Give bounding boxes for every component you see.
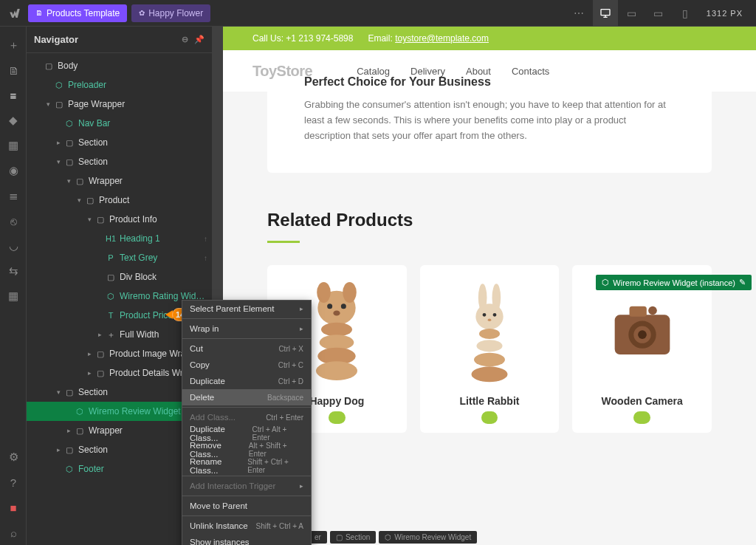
component-icon: ⬡ <box>63 119 75 128</box>
ctx-duplicate[interactable]: DuplicateCtrl + D <box>182 373 311 389</box>
tablet-landscape-button[interactable]: ▭ <box>646 0 671 27</box>
help-icon[interactable]: ? <box>0 470 27 495</box>
tree-navbar[interactable]: ⬡Nav Bar <box>27 114 212 133</box>
tree-pagewrapper[interactable]: ▾▢Page Wrapper <box>27 95 212 114</box>
svg-point-9 <box>321 323 352 337</box>
top-bar: 🗎Products Template ✿Happy Flower ⋯ ▭ ▭ ▯… <box>0 0 756 27</box>
svg-point-8 <box>334 311 340 316</box>
description-card: Perfect Choice for Your Business Grabbin… <box>267 69 712 173</box>
component-icon: ✿ <box>139 9 145 17</box>
ctx-unlink-instance[interactable]: Unlink InstanceShift + Ctrl + A <box>182 518 311 534</box>
breadcrumb-bar: er ▢Section ⬡Wiremo Review Widget <box>309 531 477 544</box>
tab-label: Happy Flower <box>148 8 203 18</box>
ctx-show-instances[interactable]: Show instances <box>182 534 311 545</box>
svg-point-22 <box>472 367 508 383</box>
tree-section[interactable]: ▾▢Section <box>27 152 212 171</box>
apps-icon[interactable]: ▦ <box>0 284 27 309</box>
ctx-duplicate-class[interactable]: Duplicate Class...Ctrl + Alt + Enter <box>182 425 311 442</box>
ctx-cut[interactable]: CutCtrl + X <box>182 340 311 357</box>
product-name: Little Rabbit <box>433 395 546 407</box>
users-icon[interactable]: ◡ <box>0 233 27 258</box>
search-icon[interactable]: ⌕ <box>0 520 27 545</box>
phone-text: Call Us: +1 213 974-5898 <box>252 33 353 44</box>
ctx-select-parent[interactable]: Select Parent Element▸ <box>182 301 311 317</box>
pin-icon[interactable]: 📌 <box>194 35 205 44</box>
tablet-portrait-button[interactable]: ▭ <box>619 0 645 27</box>
desktop-view-button[interactable] <box>593 0 618 27</box>
section-icon: ▢ <box>63 388 75 397</box>
product-grid: Happy Dog Little Rabbit Wooden Camera <box>267 265 712 433</box>
tree-divblock[interactable]: ▢Div Block <box>27 267 212 287</box>
product-name: Wooden Camera <box>585 395 698 407</box>
left-toolbar: ＋ 🗎 ≡ ◆ ▦ ◉ ≣ ⎋ ◡ ⇆ ▦ ⚙ ? ■ ⌕ <box>0 27 27 545</box>
assets-icon[interactable]: ▦ <box>0 133 27 158</box>
div-icon: ▢ <box>105 272 117 282</box>
cms-icon[interactable]: ≣ <box>0 183 27 208</box>
tree-textgrey[interactable]: PText Grey↑ <box>27 248 212 267</box>
navigator-icon[interactable]: ≡ <box>0 83 27 108</box>
svg-point-15 <box>475 304 503 330</box>
crumb[interactable]: ⬡Wiremo Review Widget <box>379 531 477 544</box>
settings-icon[interactable]: ⚙ <box>0 445 27 470</box>
ctx-rename-class[interactable]: Rename Class...Shift + Ctrl + Enter <box>182 458 311 474</box>
email-link[interactable]: toystore@template.com <box>395 33 489 44</box>
nav-link[interactable]: Contacts <box>512 66 549 77</box>
pages-icon[interactable]: 🗎 <box>0 58 27 83</box>
ecommerce-icon[interactable]: ⎋ <box>0 208 27 233</box>
more-icon[interactable]: ⋯ <box>566 0 591 27</box>
styles-icon[interactable]: ◉ <box>0 158 27 183</box>
tree-preloader[interactable]: ⬡Preloader <box>27 75 212 95</box>
text-icon: T <box>105 311 117 320</box>
video-icon[interactable]: ■ <box>0 495 27 520</box>
tree-heading[interactable]: H1Heading 1↑ <box>27 229 212 248</box>
heading-underline <box>267 241 300 243</box>
page-tab[interactable]: 🗎Products Template <box>28 4 127 22</box>
svg-rect-24 <box>629 306 646 317</box>
product-card[interactable]: Wooden Camera <box>572 265 712 433</box>
email-text: Email: toystore@template.com <box>368 33 489 44</box>
card-text: Grabbing the consumer's attention isn't … <box>304 97 675 143</box>
selected-element-badge[interactable]: ⬡Wiremo Review Widget (instance)✎ <box>596 275 752 290</box>
tree-product[interactable]: ▾▢Product <box>27 191 212 210</box>
edit-icon[interactable]: ✎ <box>739 278 746 287</box>
price-badge <box>329 411 346 424</box>
ctx-wrap-in[interactable]: Wrap in▸ <box>182 321 311 337</box>
mobile-view-button[interactable]: ▯ <box>673 0 698 27</box>
svg-point-12 <box>316 362 357 381</box>
section-icon: ▢ <box>63 157 75 167</box>
div-icon: ▢ <box>53 100 65 109</box>
add-elements-icon[interactable]: ＋ <box>0 32 27 58</box>
svg-point-6 <box>327 304 332 309</box>
announcement-bar: Call Us: +1 213 974-5898 Email: toystore… <box>223 27 756 50</box>
tree-body[interactable]: ▢Body <box>27 56 212 75</box>
page-icon: 🗎 <box>35 9 43 17</box>
ctx-move-to-parent[interactable]: Move to Parent <box>182 498 311 514</box>
svg-point-19 <box>479 329 500 339</box>
collapse-icon[interactable]: ⊖ <box>182 35 188 44</box>
component-icon: ⬡ <box>602 278 609 287</box>
tree-section[interactable]: ▸▢Section <box>27 133 212 152</box>
crumb[interactable]: ▢Section <box>330 531 376 544</box>
div-icon: ▢ <box>94 349 106 359</box>
components-icon[interactable]: ◆ <box>0 108 27 133</box>
div-icon: ▢ <box>94 369 106 378</box>
svg-rect-0 <box>601 9 610 15</box>
product-card[interactable]: Little Rabbit <box>420 265 560 433</box>
logic-icon[interactable]: ⇆ <box>0 258 27 284</box>
product-image <box>585 278 698 389</box>
component-tab[interactable]: ✿Happy Flower <box>131 4 210 22</box>
webflow-logo-icon[interactable] <box>6 4 24 22</box>
div-icon: ▢ <box>74 426 86 436</box>
ctx-add-interaction: Add Interaction Trigger▸ <box>182 478 311 494</box>
ctx-delete[interactable]: DeleteBackspace <box>182 389 311 405</box>
svg-point-18 <box>488 319 492 322</box>
ctx-copy[interactable]: CopyCtrl + C <box>182 357 311 373</box>
div-icon: ▢ <box>94 215 106 224</box>
tree-productinfo[interactable]: ▾▢Product Info <box>27 210 212 229</box>
component-icon: ⬡ <box>53 80 65 90</box>
div-icon: ▢ <box>84 196 96 205</box>
tree-wrapper[interactable]: ▾▢Wrapper <box>27 171 212 191</box>
price-badge <box>633 411 650 424</box>
svg-point-17 <box>493 313 497 317</box>
ctx-remove-class[interactable]: Remove Class...Alt + Shift + Enter <box>182 442 311 458</box>
